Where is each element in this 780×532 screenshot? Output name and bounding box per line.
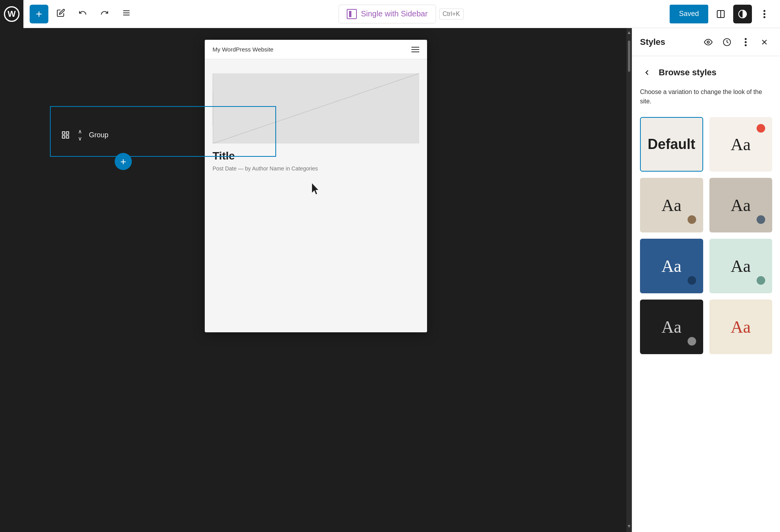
styles-preview-button[interactable] [700,34,716,50]
block-toolbar: ∧ ∨ Group [54,125,115,145]
styles-panel: Styles [632,28,780,532]
style-card-1[interactable]: Aa [709,117,773,172]
canvas-area[interactable]: ∧ ∨ Group + My WordPress Website Title P… [0,28,632,532]
styles-panel-title: Styles [640,37,665,47]
view-layout-button[interactable] [711,5,730,23]
style-card-label: Aa [731,317,751,337]
wp-post-title: Title [213,150,419,162]
style-card-6[interactable]: Aa [640,300,703,354]
wp-featured-image-placeholder [213,73,419,144]
redo-button[interactable] [95,5,114,23]
template-title-area: Single with Sidebar Ctrl+K [139,5,663,23]
save-button[interactable]: Saved [670,5,708,23]
more-options-button[interactable] [755,5,774,23]
template-icon [347,9,357,19]
pencil-icon [57,9,65,20]
undo-icon [78,9,87,20]
browse-styles-title: Browse styles [659,67,716,78]
style-dot-navy [688,276,696,285]
wp-preview-header: My WordPress Website [205,40,427,59]
scrollbar-thumb[interactable] [628,41,630,72]
svg-rect-10 [66,132,69,134]
plus-icon: + [36,8,42,20]
styles-panel-content: Browse styles Choose a variation to chan… [632,56,780,532]
svg-point-16 [745,41,747,43]
canvas-add-button[interactable]: + [115,153,132,170]
svg-point-6 [764,10,766,12]
style-dot-darkblue [757,215,765,224]
contrast-button[interactable] [733,5,752,23]
style-card-default[interactable]: Default [640,117,703,172]
style-card-label: Aa [661,256,681,276]
wp-preview-frame: My WordPress Website Title Post Date — b… [205,40,427,332]
svg-rect-11 [62,136,65,138]
style-card-2[interactable]: Aa [640,178,703,232]
wp-logo-circle: W [4,6,20,22]
style-dot-teal [757,276,765,285]
styles-panel-header: Styles [632,28,780,56]
undo-button[interactable] [73,5,92,23]
styles-more-button[interactable] [738,34,753,50]
block-type-label: Group [87,131,111,139]
style-card-label: Aa [731,256,751,276]
toolbar: W + Single with Sidebar Ctrl+K Saved [0,0,780,28]
style-card-label: Aa [731,135,751,154]
svg-point-8 [764,16,766,18]
wp-post-meta: Post Date — by Author Name in Categories [213,165,419,172]
template-title-label: Single with Sidebar [361,9,427,18]
add-block-button[interactable]: + [30,5,48,23]
redo-icon [100,9,109,20]
block-nav-arrows: ∧ ∨ [76,128,83,142]
list-icon [122,9,131,20]
style-card-5[interactable]: Aa [709,239,773,293]
template-title-button[interactable]: Single with Sidebar [339,5,436,23]
style-card-label: Aa [661,317,681,337]
style-dot-gray [688,337,696,346]
style-card-3[interactable]: Aa [709,178,773,232]
keyboard-shortcut-label: Ctrl+K [439,9,464,20]
style-variations-grid: Default Aa Aa Aa [640,117,772,354]
svg-rect-9 [62,132,65,134]
block-move-icon[interactable] [58,127,73,143]
style-card-label: Aa [661,195,681,215]
svg-point-7 [764,13,766,15]
scroll-down-arrow[interactable]: ▼ [625,522,632,530]
svg-rect-12 [66,136,69,138]
styles-history-button[interactable] [719,34,735,50]
style-card-label: Default [648,136,695,153]
back-button[interactable] [640,66,654,80]
tools-button[interactable] [51,5,70,23]
canvas-plus-icon: + [120,156,126,168]
toolbar-right: Saved [670,5,774,23]
scroll-up-arrow[interactable]: ▲ [625,28,632,37]
style-card-7[interactable]: Aa [709,300,773,354]
wp-preview-content: Title Post Date — by Author Name in Cate… [205,59,427,332]
svg-point-13 [707,41,709,43]
style-dot-orange [757,124,765,133]
browse-styles-description: Choose a variation to change the look of… [640,87,772,106]
svg-point-17 [745,44,747,46]
styles-close-button[interactable] [757,34,772,50]
block-up-arrow[interactable]: ∧ [76,128,83,135]
style-dot-brown [688,215,696,224]
wp-hamburger-icon [411,47,419,52]
wp-logo[interactable]: W [0,0,23,28]
style-card-4[interactable]: Aa [640,239,703,293]
document-overview-button[interactable] [117,5,136,23]
wp-site-title: My WordPress Website [213,46,273,53]
svg-point-15 [745,38,747,40]
style-card-label: Aa [731,195,751,215]
canvas-scrollbar[interactable]: ▲ ▼ [626,28,632,532]
block-down-arrow[interactable]: ∨ [76,135,83,142]
browse-styles-nav: Browse styles [640,66,772,80]
main-area: ∧ ∨ Group + My WordPress Website Title P… [0,28,780,532]
styles-panel-icons [700,34,772,50]
